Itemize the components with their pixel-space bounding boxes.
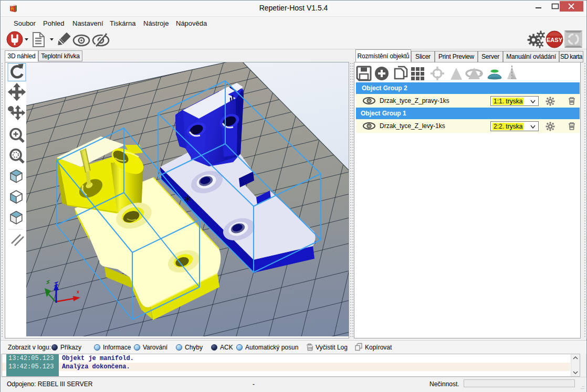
svg-text:x: x bbox=[77, 289, 79, 294]
svg-text:EASY: EASY bbox=[547, 37, 563, 43]
svg-text:R: R bbox=[11, 6, 14, 12]
